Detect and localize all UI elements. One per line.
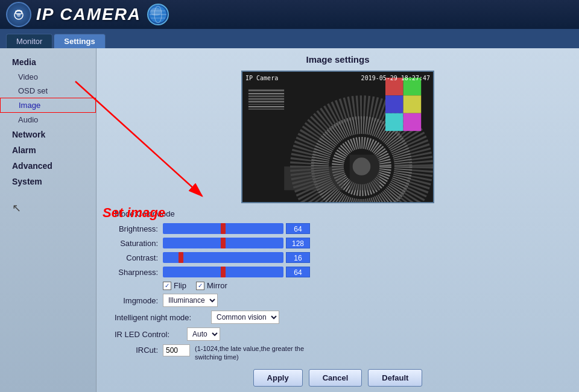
contrast-value: 16: [286, 252, 310, 263]
flip-checkbox[interactable]: ✓: [163, 282, 171, 290]
sidebar-item-media[interactable]: Media: [0, 54, 96, 70]
nav-tabs: Monitor Settings: [0, 30, 579, 48]
brightness-thumb[interactable]: [221, 223, 226, 234]
irled-label: IR LED Control:: [115, 330, 187, 339]
brightness-value: 64: [286, 223, 310, 234]
sharpness-value: 64: [286, 267, 310, 277]
brightness-row: Brightness: 64: [115, 223, 561, 234]
page-title: Image settings: [109, 54, 567, 65]
flip-checkbox-item: ✓ Flip: [163, 281, 186, 290]
main-layout: Media Video OSD set Image Audio Network …: [0, 48, 579, 392]
sidebar-subitem-image[interactable]: Image: [0, 98, 96, 113]
saturation-label: Saturation:: [115, 239, 163, 248]
contrast-thumb[interactable]: [179, 252, 183, 263]
svg-rect-18: [385, 113, 403, 131]
flip-label: Flip: [174, 281, 186, 290]
ircut-label: IRCut:: [115, 344, 163, 355]
sidebar-subitem-video[interactable]: Video: [0, 70, 96, 84]
svg-rect-24: [248, 101, 284, 103]
svg-point-3: [17, 13, 21, 17]
contrast-slider[interactable]: [163, 252, 283, 263]
ircut-hint: (1-1024,the late value,the greater the s…: [195, 344, 315, 362]
svg-rect-23: [248, 98, 284, 100]
content-area: Image settings: [96, 48, 579, 392]
nightmode-select[interactable]: Common vision: [211, 311, 279, 324]
camera-timestamp: 2019-05-29 18:27:47: [361, 75, 430, 81]
svg-rect-16: [385, 95, 403, 113]
sidebar-subitem-osdset[interactable]: OSD set: [0, 84, 96, 98]
mirror-checkbox-item: ✓ Mirror: [196, 281, 227, 290]
nightmode-row: Intelligent night mode: Common vision: [115, 311, 561, 324]
globe-icon: [147, 4, 169, 25]
apply-button[interactable]: Apply: [253, 369, 303, 387]
svg-rect-19: [403, 113, 422, 131]
sidebar: Media Video OSD set Image Audio Network …: [0, 48, 96, 392]
sidebar-item-alarm[interactable]: Alarm: [0, 142, 96, 158]
header: IP CAMERA: [0, 0, 579, 30]
camera-preview-inner: IP Camera 2019-05-29 18:27:47: [242, 72, 433, 202]
irled-select[interactable]: Auto: [187, 327, 220, 341]
app-title: IP CAMERA: [36, 5, 141, 24]
svg-rect-28: [284, 166, 344, 190]
svg-rect-21: [248, 93, 284, 94]
saturation-thumb[interactable]: [221, 238, 226, 248]
svg-rect-20: [248, 89, 284, 91]
contrast-label: Contrast:: [115, 253, 163, 262]
imgmode-label: Imgmode:: [115, 296, 163, 305]
svg-rect-17: [403, 95, 422, 113]
saturation-value: 128: [286, 238, 310, 248]
imgmode-select[interactable]: Illuminance: [163, 294, 218, 307]
tab-settings[interactable]: Settings: [54, 34, 105, 48]
camera-preview: IP Camera 2019-05-29 18:27:47: [241, 71, 434, 203]
settings-area: Mode:ColorMode Brightness: 64 Saturation…: [109, 209, 567, 392]
svg-rect-26: [248, 106, 284, 107]
ircut-row: IRCut: (1-1024,the late value,the greate…: [115, 344, 561, 362]
sharpness-label: Sharpness:: [115, 268, 163, 277]
default-button[interactable]: Default: [368, 369, 422, 387]
sidebar-item-network[interactable]: Network: [0, 127, 96, 142]
brightness-slider[interactable]: [163, 223, 283, 234]
cancel-button[interactable]: Cancel: [309, 369, 362, 387]
sharpness-thumb[interactable]: [221, 267, 226, 277]
logo-icon: [6, 2, 31, 27]
mode-line: Mode:ColorMode: [115, 209, 561, 218]
svg-rect-27: [248, 109, 284, 110]
svg-rect-25: [248, 104, 284, 105]
button-row: Apply Cancel Default: [115, 369, 561, 392]
sharpness-slider[interactable]: [163, 267, 283, 277]
sidebar-item-advanced[interactable]: Advanced: [0, 158, 96, 174]
tab-monitor[interactable]: Monitor: [6, 34, 52, 48]
imgmode-row: Imgmode: Illuminance: [115, 294, 561, 307]
test-pattern-svg: [242, 72, 433, 202]
ircut-input[interactable]: [163, 344, 190, 356]
nightmode-label: Intelligent night mode:: [115, 313, 211, 322]
cursor-indicator: ↖: [0, 189, 96, 227]
svg-rect-22: [248, 95, 284, 97]
saturation-slider[interactable]: [163, 238, 283, 248]
camera-label: IP Camera: [245, 75, 278, 81]
svg-rect-29: [350, 154, 379, 190]
mirror-checkbox[interactable]: ✓: [196, 282, 204, 290]
svg-rect-2: [17, 10, 21, 11]
saturation-row: Saturation: 128: [115, 238, 561, 248]
mirror-label: Mirror: [207, 281, 227, 290]
contrast-row: Contrast: 16: [115, 252, 561, 263]
sidebar-subitem-audio[interactable]: Audio: [0, 113, 96, 127]
sidebar-item-system[interactable]: System: [0, 174, 96, 189]
brightness-label: Brightness:: [115, 224, 163, 233]
checkbox-row: ✓ Flip ✓ Mirror: [115, 281, 561, 290]
sharpness-row: Sharpness: 64: [115, 267, 561, 277]
irled-row: IR LED Control: Auto: [115, 327, 561, 341]
